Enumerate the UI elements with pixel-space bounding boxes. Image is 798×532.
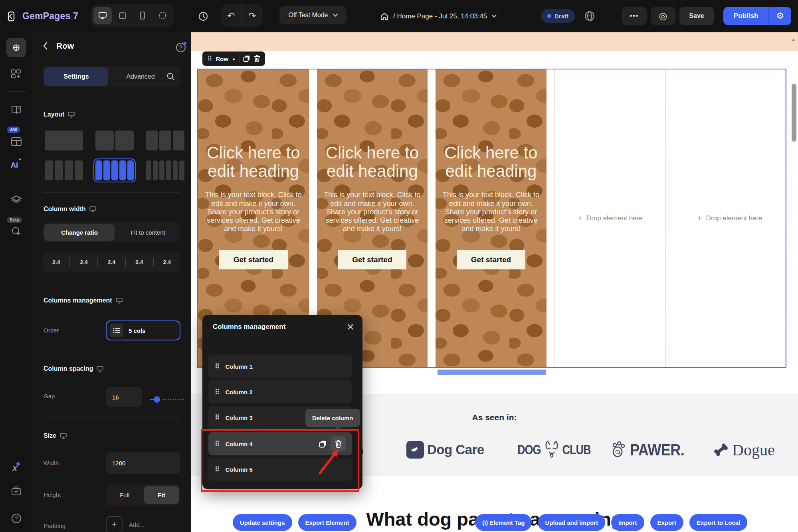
page-breadcrumb[interactable]: / Home Page - Jul 25, 14:03:45 [380, 0, 497, 32]
layout-option-5col-selected[interactable] [95, 160, 134, 180]
gempages-logo-icon [7, 11, 18, 22]
templates-box-icon[interactable] [0, 137, 32, 146]
layout-option-2col[interactable] [95, 131, 134, 150]
redo-button[interactable]: ↷ [242, 4, 263, 27]
padding-add-control[interactable]: + Add... [106, 516, 145, 532]
slider-handle[interactable] [154, 396, 160, 403]
height-full-option[interactable]: Full [106, 484, 143, 506]
page-canvas: Click here to edit heading This is your … [191, 32, 798, 532]
test-mode-dropdown[interactable]: Off Test Mode [279, 6, 347, 24]
breadcrumb-text: / Home Page - Jul 25, 14:03:45 [393, 12, 487, 20]
column-ratio-bar[interactable]: 2.4 2.4 2.4 2.4 2.4 [43, 252, 180, 272]
layout-option-1col[interactable] [45, 131, 83, 150]
delete-column-tooltip: Delete column [305, 409, 360, 427]
dog-face-icon [543, 440, 561, 460]
import-button[interactable]: Import [611, 514, 644, 531]
layout-option-4col[interactable] [45, 160, 83, 180]
svg-text:?: ? [179, 44, 182, 51]
height-fit-option[interactable]: Fit [144, 486, 179, 504]
change-ratio-tab[interactable]: Change ratio [44, 224, 115, 241]
get-started-button[interactable]: Get started [457, 250, 525, 269]
card-heading[interactable]: Click here to edit heading [317, 144, 428, 180]
add-element-button[interactable]: ⊕ [6, 38, 26, 57]
collapse-triangle-icon[interactable]: ▲ [232, 57, 236, 61]
ai-assistant-icon[interactable]: AI✦ [0, 161, 32, 170]
gap-input[interactable]: 16 [106, 387, 142, 407]
content-column-3[interactable]: Click here to edit heading This is your … [436, 69, 547, 367]
undo-button[interactable]: ↶ [221, 4, 242, 27]
duplicate-icon[interactable] [243, 55, 250, 62]
card-body-text[interactable]: This is your text block. Click to edit a… [203, 191, 304, 233]
order-button[interactable]: 5 cols [106, 320, 180, 340]
layout-option-3col[interactable] [146, 131, 184, 150]
close-icon[interactable] [347, 324, 354, 330]
search-icon[interactable] [166, 72, 175, 81]
drag-handle-icon[interactable]: ⠿ [207, 55, 212, 62]
layers-icon[interactable] [0, 195, 32, 206]
drag-handle-icon[interactable]: ⠿ [215, 414, 220, 421]
history-icon[interactable] [198, 11, 208, 22]
panel-help-button[interactable]: ? [175, 42, 186, 53]
publish-settings-gear-icon[interactable]: ⚙ [769, 11, 791, 21]
translate-globe-icon[interactable] [584, 10, 595, 22]
vertical-scrollbar-thumb[interactable] [792, 84, 796, 142]
export-element-button[interactable]: Export Element [298, 514, 356, 531]
card-body-text[interactable]: This is your text block. Click to edit a… [322, 191, 423, 233]
app-title: GemPages 7 [22, 11, 78, 22]
publish-button[interactable]: Publish [723, 12, 768, 20]
get-started-button[interactable]: Get started [219, 250, 288, 269]
export-button[interactable]: Export [650, 514, 684, 531]
element-actions-right: (I) Element Tag Upload and import Import… [475, 514, 747, 531]
more-actions-button[interactable]: ••• [622, 7, 647, 25]
export-to-local-button[interactable]: Export to Local [689, 514, 747, 531]
responsive-view-button[interactable] [153, 7, 172, 24]
card-heading[interactable]: Click here to edit heading [198, 144, 309, 180]
tablet-view-button[interactable] [113, 7, 132, 24]
desktop-view-button[interactable] [93, 7, 112, 24]
layout-option-6col[interactable] [146, 160, 184, 180]
gap-slider[interactable] [150, 396, 184, 403]
column-row-1[interactable]: ⠿ Column 1 [208, 355, 352, 378]
plus-icon: + [106, 516, 123, 532]
panel-tabbar: Settings Advanced [43, 66, 180, 87]
drop-placeholder: Drop element here [586, 214, 643, 222]
empty-column-4[interactable]: + Drop element here [554, 69, 666, 367]
card-body-text[interactable]: This is your text block. Click to edit a… [440, 191, 542, 233]
mobile-view-button[interactable] [133, 7, 152, 24]
back-chevron-icon[interactable] [43, 42, 48, 50]
paw-icon [609, 441, 627, 459]
fit-to-content-tab[interactable]: Fit to content [117, 222, 179, 242]
width-label: Width [44, 459, 59, 466]
width-input[interactable]: 1200 [106, 452, 180, 474]
column-row-2[interactable]: ⠿ Column 2 [208, 380, 352, 403]
column-width-section-label: Column width [44, 206, 96, 213]
column-spacing-section-label: Column spacing [44, 365, 103, 372]
save-button[interactable]: Save [679, 7, 714, 25]
logo-dogue: Dogue [713, 439, 775, 461]
card-heading[interactable]: Click here to edit heading [436, 144, 547, 180]
get-started-button[interactable]: Get started [338, 250, 406, 269]
update-settings-button[interactable]: Update settings [233, 514, 292, 531]
status-label: Draft [554, 13, 568, 20]
tab-settings[interactable]: Settings [44, 67, 108, 86]
interactions-cursor-icon[interactable] [0, 226, 32, 237]
crisp-chat-icon[interactable]: x [0, 463, 32, 473]
delete-icon[interactable] [254, 55, 260, 62]
hero-section-strip [191, 32, 798, 51]
pages-book-icon[interactable] [0, 105, 32, 115]
preview-button[interactable]: ◎ [651, 7, 675, 25]
drag-handle-icon[interactable]: ⠿ [215, 363, 220, 370]
element-tag-button[interactable]: (I) Element Tag [475, 514, 532, 531]
home-icon [380, 12, 389, 21]
row-spacing-handle[interactable] [438, 370, 546, 375]
publish-button-group: Publish ⚙ [723, 7, 791, 25]
empty-column-5[interactable]: + Drop element here [674, 69, 786, 367]
scroll-up-arrow-icon[interactable]: ▲ [791, 37, 796, 42]
drag-handle-icon[interactable]: ⠿ [215, 389, 220, 396]
toolkit-bag-icon[interactable] [0, 486, 32, 496]
tab-advanced[interactable]: Advanced [115, 66, 166, 87]
device-scope-icon [97, 366, 103, 372]
help-icon[interactable]: ? [0, 513, 32, 524]
upload-and-import-button[interactable]: Upload and import [538, 514, 605, 531]
sections-library-icon[interactable] [0, 69, 32, 79]
